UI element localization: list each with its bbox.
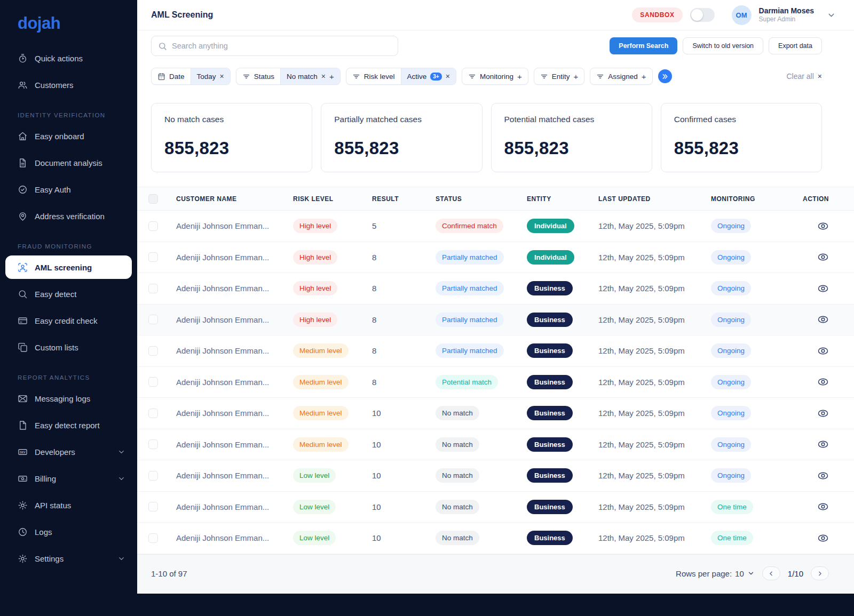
sidebar-item-logs[interactable]: Logs — [0, 518, 137, 545]
sidebar-item-document-analysis[interactable]: Document analysis — [0, 149, 137, 176]
row-checkbox[interactable] — [148, 471, 158, 481]
eye-icon[interactable] — [817, 345, 829, 357]
filter-chip-status[interactable]: StatusNo match×+ — [236, 68, 341, 85]
eye-icon[interactable] — [817, 438, 829, 450]
face-scan-icon — [18, 262, 28, 273]
customer-name-cell[interactable]: Adeniji Johnson Emman... — [176, 221, 293, 230]
status-badge: Partially matched — [436, 250, 504, 265]
sidebar-item-billing[interactable]: Billing — [0, 465, 137, 492]
column-header-risk-level: RISK LEVEL — [293, 195, 372, 203]
select-all-checkbox[interactable] — [148, 194, 158, 204]
status-badge: Partially matched — [436, 313, 504, 327]
risk-level-cell: Low level — [293, 531, 372, 545]
row-checkbox[interactable] — [148, 409, 158, 418]
clear-all-button[interactable]: Clear all× — [786, 72, 822, 81]
sidebar-item-quick-actions[interactable]: Quick actions — [0, 45, 137, 71]
sidebar-item-custom-lists[interactable]: Custom lists — [0, 334, 137, 361]
rows-per-page-select[interactable]: Rows per page: 10 — [676, 569, 755, 578]
row-checkbox[interactable] — [148, 346, 158, 356]
search-input[interactable] — [172, 42, 391, 50]
sidebar-item-label: Easy onboard — [35, 132, 84, 141]
sidebar-item-easy-credit-check[interactable]: Easy credit check — [0, 307, 137, 334]
eye-icon[interactable] — [817, 407, 829, 419]
sidebar-item-messaging-logs[interactable]: Messaging logs — [0, 385, 137, 412]
sidebar-section-label: IDENTITY VERIFICATION — [0, 98, 137, 123]
eye-icon[interactable] — [817, 314, 829, 325]
row-checkbox[interactable] — [148, 533, 158, 543]
chevron-down-icon[interactable] — [827, 11, 836, 20]
sidebar-item-easy-onboard[interactable]: Easy onboard — [0, 123, 137, 149]
sidebar-item-aml-screening[interactable]: AML screening — [5, 255, 132, 279]
customer-name-cell[interactable]: Adeniji Johnson Emman... — [176, 409, 293, 418]
switch-old-version-button[interactable]: Switch to old version — [683, 37, 763, 54]
eye-icon[interactable] — [817, 532, 829, 544]
filter-chip-entity[interactable]: Entity+ — [534, 68, 585, 85]
filter-chip-monitoring[interactable]: Monitoring+ — [462, 68, 528, 85]
eye-icon[interactable] — [817, 283, 829, 294]
clock-icon — [18, 527, 28, 537]
pagination: Rows per page: 10 1/10 — [676, 566, 829, 580]
close-icon[interactable]: × — [220, 72, 224, 81]
plus-icon[interactable]: + — [642, 72, 646, 81]
row-checkbox[interactable] — [148, 315, 158, 324]
sidebar-item-easy-detect[interactable]: Easy detect — [0, 281, 137, 307]
sidebar-item-api-status[interactable]: API status — [0, 492, 137, 518]
sidebar-item-easy-detect-report[interactable]: Easy detect report — [0, 412, 137, 438]
dojah-logo[interactable]: dojah — [0, 0, 137, 35]
eye-icon[interactable] — [817, 251, 829, 263]
eye-icon[interactable] — [817, 220, 829, 232]
customer-name-cell[interactable]: Adeniji Johnson Emman... — [176, 378, 293, 387]
prev-page-button[interactable] — [762, 566, 780, 580]
filter-icon — [596, 73, 604, 81]
last-updated-cell: 12th, May 2025, 5:09pm — [598, 221, 711, 230]
sidebar-item-developers[interactable]: DEVDevelopers — [0, 438, 137, 465]
sidebar-item-easy-auth[interactable]: Easy Auth — [0, 176, 137, 203]
eye-icon[interactable] — [817, 376, 829, 388]
table-row: Adeniji Johnson Emman...High level8Parti… — [137, 242, 854, 274]
close-icon[interactable]: × — [446, 72, 450, 81]
close-icon[interactable]: × — [321, 72, 326, 81]
stat-card-value: 855,823 — [674, 138, 809, 158]
stat-card-potential-matched-cases: Potential matched cases855,823 — [491, 103, 652, 172]
customer-name-cell[interactable]: Adeniji Johnson Emman... — [176, 471, 293, 480]
filter-chip-assigned[interactable]: Assigned+ — [590, 68, 652, 85]
eye-icon[interactable] — [817, 470, 829, 482]
more-filters-button[interactable] — [658, 69, 672, 83]
row-checkbox[interactable] — [148, 221, 158, 231]
customer-name-cell[interactable]: Adeniji Johnson Emman... — [176, 253, 293, 262]
last-updated-cell: 12th, May 2025, 5:09pm — [598, 346, 711, 355]
eye-icon[interactable] — [817, 501, 829, 513]
user-role: Super Admin — [759, 15, 814, 23]
table-row: Adeniji Johnson Emman...Low level10No ma… — [137, 523, 854, 554]
plus-icon[interactable]: + — [573, 72, 578, 81]
customer-name-cell[interactable]: Adeniji Johnson Emman... — [176, 533, 293, 542]
banknote-icon — [18, 474, 28, 484]
customer-name-cell[interactable]: Adeniji Johnson Emman... — [176, 346, 293, 355]
risk-level-cell: High level — [293, 313, 372, 327]
plus-icon[interactable]: + — [329, 72, 334, 81]
sidebar-item-customers[interactable]: Customers — [0, 71, 137, 98]
sandbox-toggle[interactable] — [690, 8, 715, 22]
next-page-button[interactable] — [811, 566, 829, 580]
filter-chip-date[interactable]: DateToday× — [151, 68, 231, 85]
sidebar-item-address-verification[interactable]: Address verification — [0, 203, 137, 229]
row-checkbox[interactable] — [148, 439, 158, 449]
customer-name-cell[interactable]: Adeniji Johnson Emman... — [176, 502, 293, 511]
sidebar-section-label: FRAUD MONITORING — [0, 229, 137, 254]
perform-search-button[interactable]: Perform Search — [610, 37, 677, 54]
row-checkbox[interactable] — [148, 502, 158, 511]
result-cell: 10 — [372, 409, 436, 418]
customer-name-cell[interactable]: Adeniji Johnson Emman... — [176, 315, 293, 324]
avatar[interactable]: OM — [732, 5, 752, 25]
sidebar-item-settings[interactable]: Settings — [0, 545, 137, 572]
status-cell: Partially matched — [436, 313, 527, 327]
row-checkbox[interactable] — [148, 377, 158, 387]
customer-name-cell[interactable]: Adeniji Johnson Emman... — [176, 284, 293, 293]
row-checkbox[interactable] — [148, 252, 158, 262]
status-cell: Confirmed match — [436, 219, 527, 233]
export-data-button[interactable]: Export data — [769, 37, 822, 54]
row-checkbox[interactable] — [148, 284, 158, 293]
customer-name-cell[interactable]: Adeniji Johnson Emman... — [176, 440, 293, 449]
plus-icon[interactable]: + — [517, 72, 522, 81]
filter-chip-risk-level[interactable]: Risk levelActive3+× — [346, 68, 456, 85]
